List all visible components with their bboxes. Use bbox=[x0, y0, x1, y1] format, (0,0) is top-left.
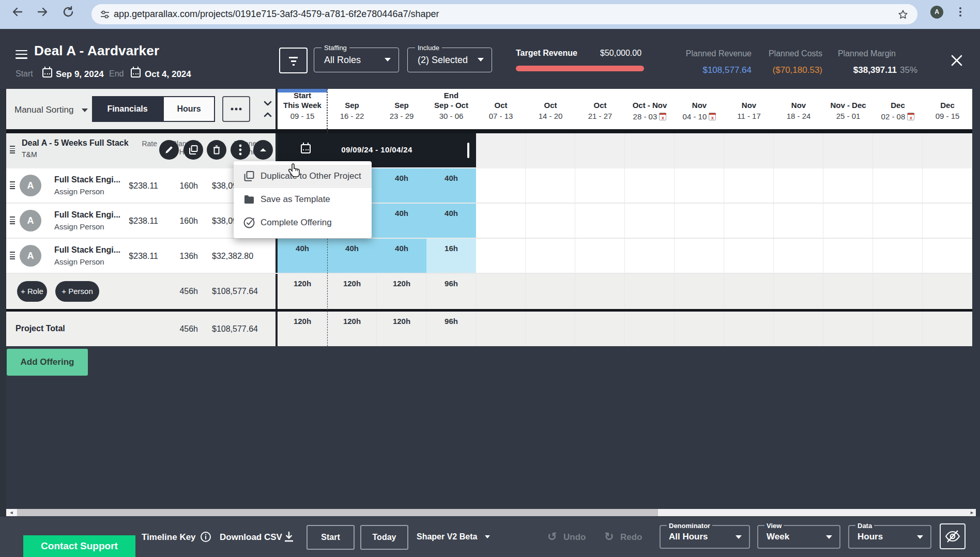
timeline-cell[interactable] bbox=[675, 312, 724, 346]
timeline-cell[interactable] bbox=[675, 239, 724, 273]
add-role-button[interactable]: + Role bbox=[17, 281, 47, 302]
timeline-cell[interactable] bbox=[575, 133, 625, 168]
timeline-cell[interactable] bbox=[873, 274, 923, 309]
staffing-dropdown[interactable]: Staffing All Roles bbox=[314, 48, 399, 72]
start-calendar-icon[interactable] bbox=[42, 68, 52, 78]
timeline-cell[interactable] bbox=[476, 274, 526, 309]
timeline-cell[interactable] bbox=[823, 274, 873, 309]
avatar[interactable]: A bbox=[20, 175, 41, 196]
start-date[interactable]: Sep 9, 2024 bbox=[56, 69, 104, 80]
timeline-cell[interactable] bbox=[873, 133, 923, 168]
row-drag-handle[interactable] bbox=[10, 180, 15, 190]
avatar[interactable]: A bbox=[20, 210, 41, 231]
rate-value[interactable]: $238.11 bbox=[117, 252, 158, 261]
hours-value[interactable]: 160h bbox=[157, 181, 198, 191]
delete-offering-button[interactable] bbox=[207, 140, 226, 160]
row-drag-handle[interactable] bbox=[10, 215, 15, 225]
timeline-cell[interactable] bbox=[476, 239, 526, 273]
timeline-cell[interactable] bbox=[873, 168, 923, 203]
contact-support-button[interactable]: Contact Support bbox=[23, 535, 135, 557]
timeline-cell[interactable] bbox=[675, 274, 724, 309]
browser-menu-icon[interactable] bbox=[959, 6, 961, 18]
timeline-cell[interactable] bbox=[476, 168, 526, 203]
timeline-cell[interactable] bbox=[724, 133, 774, 168]
timeline-cell[interactable] bbox=[724, 274, 774, 309]
collapse-all-icon[interactable] bbox=[262, 100, 273, 120]
scroll-left-icon[interactable]: ◄ bbox=[6, 509, 17, 516]
financials-tab[interactable]: Financials bbox=[92, 96, 163, 122]
download-csv-label[interactable]: Download CSV bbox=[220, 532, 282, 543]
timeline-cell[interactable] bbox=[823, 312, 873, 346]
assign-person-link[interactable]: Assign Person bbox=[54, 222, 104, 231]
timeline-cell[interactable] bbox=[526, 168, 575, 203]
timeline-cell[interactable] bbox=[724, 312, 774, 346]
timeline-cell[interactable] bbox=[625, 312, 675, 346]
timeline-cell[interactable] bbox=[575, 239, 625, 273]
timeline-cell[interactable] bbox=[476, 312, 526, 346]
forward-icon[interactable] bbox=[36, 5, 49, 19]
timeline-cell[interactable] bbox=[526, 204, 575, 238]
timeline-cell[interactable] bbox=[923, 168, 972, 203]
timeline-cell[interactable] bbox=[625, 168, 675, 203]
timeline-cell[interactable] bbox=[923, 133, 972, 168]
date-bar-resize-handle[interactable] bbox=[467, 143, 469, 158]
timeline-cell[interactable] bbox=[575, 204, 625, 238]
hours-value[interactable]: 160h bbox=[157, 216, 198, 226]
sorting-dropdown[interactable]: Manual Sorting bbox=[14, 105, 73, 115]
view-dropdown[interactable]: View Week bbox=[757, 525, 840, 549]
scrollbar-thumb[interactable] bbox=[17, 509, 658, 516]
timeline-cell[interactable] bbox=[625, 239, 675, 273]
add-offering-button[interactable]: Add Offering bbox=[7, 349, 88, 376]
timeline-cell[interactable] bbox=[526, 312, 575, 346]
timeline-cell[interactable] bbox=[575, 168, 625, 203]
timeline-cell[interactable] bbox=[526, 133, 575, 168]
timeline-cell[interactable] bbox=[675, 168, 724, 203]
timeline-cell[interactable] bbox=[873, 239, 923, 273]
hours-tab[interactable]: Hours bbox=[163, 96, 215, 122]
timeline-cell[interactable] bbox=[675, 133, 724, 168]
filter-button[interactable] bbox=[279, 48, 308, 73]
timeline-cell[interactable] bbox=[526, 274, 575, 309]
offering-drag-handle[interactable] bbox=[10, 145, 15, 154]
timeline-cell[interactable] bbox=[873, 204, 923, 238]
timeline-cell[interactable] bbox=[774, 274, 823, 309]
horizontal-scrollbar[interactable]: ◄ ► bbox=[6, 509, 976, 516]
timeline-cell[interactable] bbox=[923, 312, 972, 346]
redo-icon[interactable]: ↻ bbox=[604, 530, 614, 543]
start-button[interactable]: Start bbox=[307, 525, 355, 550]
timeline-cell[interactable] bbox=[774, 204, 823, 238]
today-button[interactable]: Today bbox=[360, 525, 408, 550]
rate-value[interactable]: $238.11 bbox=[117, 216, 158, 226]
timeline-cell[interactable] bbox=[476, 204, 526, 238]
reload-icon[interactable] bbox=[62, 5, 75, 19]
timeline-cell[interactable] bbox=[823, 239, 873, 273]
url-bar[interactable]: app.getparallax.com/projects/0191e715-3a… bbox=[91, 4, 917, 24]
more-options-button[interactable] bbox=[222, 96, 250, 122]
row-drag-handle[interactable] bbox=[10, 251, 15, 260]
menu-item-duplicate-to-other-project[interactable]: Duplicate to Other Project bbox=[234, 165, 372, 188]
undo-label[interactable]: Undo bbox=[563, 532, 586, 543]
scroll-right-icon[interactable]: ► bbox=[970, 510, 974, 515]
browser-profile-avatar[interactable]: A bbox=[930, 6, 943, 19]
timeline-cell[interactable] bbox=[823, 204, 873, 238]
assign-person-link[interactable]: Assign Person bbox=[54, 257, 104, 266]
timeline-cell[interactable] bbox=[476, 133, 526, 168]
timeline-key-label[interactable]: Timeline Key bbox=[142, 532, 196, 543]
offering-more-button[interactable] bbox=[231, 140, 250, 160]
timeline-cell[interactable] bbox=[625, 274, 675, 309]
timeline-cell[interactable] bbox=[625, 204, 675, 238]
site-settings-icon[interactable] bbox=[99, 9, 111, 22]
end-date[interactable]: Oct 4, 2024 bbox=[145, 69, 191, 80]
timeline-cell[interactable] bbox=[675, 204, 724, 238]
collapse-offering-button[interactable] bbox=[253, 140, 273, 160]
hamburger-menu-icon[interactable] bbox=[16, 48, 27, 61]
timeline-cell[interactable] bbox=[774, 133, 823, 168]
info-icon[interactable] bbox=[200, 531, 211, 545]
hours-value[interactable]: 136h bbox=[157, 252, 198, 261]
version-dropdown[interactable]: Shaper V2 Beta bbox=[417, 532, 477, 541]
timeline-cell[interactable] bbox=[724, 168, 774, 203]
timeline-cell[interactable] bbox=[823, 133, 873, 168]
include-dropdown[interactable]: Include (2) Selected bbox=[407, 48, 492, 72]
timeline-cell[interactable] bbox=[575, 312, 625, 346]
timeline-cell[interactable] bbox=[774, 168, 823, 203]
